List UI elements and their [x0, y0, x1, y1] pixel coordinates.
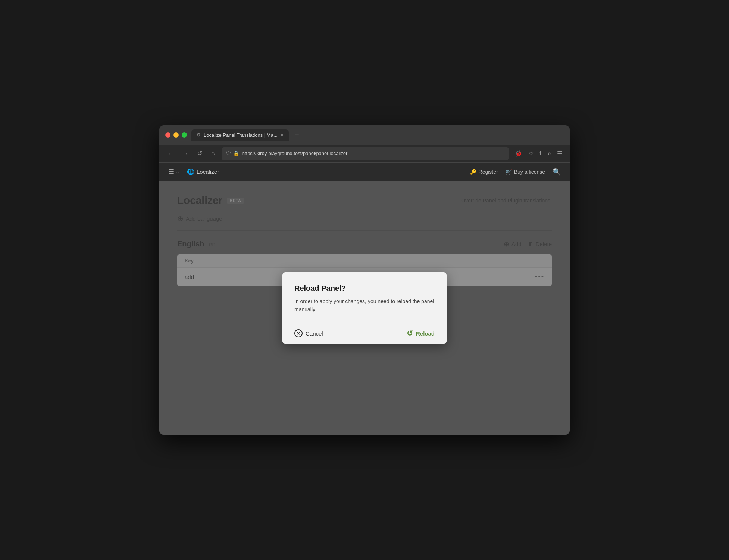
search-icon: 🔍 [553, 168, 561, 176]
dialog-text: In order to apply your changes, you need… [294, 297, 435, 314]
cancel-label: Cancel [306, 330, 323, 337]
dialog-footer: ✕ Cancel ↺ Reload [282, 323, 447, 344]
dialog-body: Reload Panel? In order to apply your cha… [282, 272, 447, 323]
search-button[interactable]: 🔍 [553, 168, 561, 176]
new-tab-button[interactable]: + [292, 129, 302, 141]
reload-label: Reload [416, 330, 435, 337]
star-icon[interactable]: ☆ [527, 148, 535, 158]
app-title: 🌐 Localizer [187, 168, 219, 175]
buy-license-button[interactable]: 🛒 Buy a license [506, 169, 545, 175]
browser-tab-active[interactable]: ⚙ Localize Panel Translations | Ma... × [191, 129, 289, 141]
reload-dialog: Reload Panel? In order to apply your cha… [282, 272, 447, 344]
browser-window: ⚙ Localize Panel Translations | Ma... × … [159, 125, 570, 435]
info-icon[interactable]: ℹ [538, 148, 543, 158]
extensions-icon[interactable]: » [546, 149, 553, 158]
reload-button[interactable]: ↺ [195, 148, 204, 158]
main-content: Localizer BETA Override Panel and Plugin… [159, 181, 570, 435]
address-bar-security-icons: 🛡 🔒 [226, 151, 239, 156]
reload-button-dialog[interactable]: ↺ Reload [407, 329, 435, 338]
register-label: Register [479, 169, 498, 175]
cancel-circle-icon: ✕ [294, 329, 303, 337]
traffic-lights [165, 132, 187, 138]
shield-icon: 🛡 [226, 151, 231, 156]
key-icon: 🔑 [470, 169, 476, 175]
close-window-button[interactable] [165, 132, 170, 138]
tab-close-button[interactable]: × [281, 132, 284, 138]
reload-icon: ↺ [407, 329, 413, 338]
chevron-down-icon: ⌄ [176, 169, 179, 174]
hamburger-icon: ☰ [168, 168, 174, 176]
toolbar-right: 🔑 Register 🛒 Buy a license 🔍 [470, 168, 561, 176]
tab-bar: ⚙ Localize Panel Translations | Ma... × … [191, 129, 564, 141]
bug-icon[interactable]: 🐞 [513, 148, 524, 158]
globe-icon: 🌐 [187, 168, 194, 175]
url-display: https://kirby-playground.test/panel/pane… [242, 151, 504, 156]
nav-bar: ← → ↺ ⌂ 🛡 🔒 https://kirby-playground.tes… [159, 145, 570, 163]
browser-menu-icon[interactable]: ☰ [556, 148, 564, 158]
hamburger-menu[interactable]: ☰ ⌄ [168, 168, 179, 176]
buy-license-label: Buy a license [514, 169, 545, 175]
title-bar: ⚙ Localize Panel Translations | Ma... × … [159, 125, 570, 145]
minimize-window-button[interactable] [173, 132, 179, 138]
nav-extras: 🐞 ☆ ℹ » ☰ [513, 148, 564, 158]
cancel-button[interactable]: ✕ Cancel [294, 329, 323, 337]
dialog-title: Reload Panel? [294, 284, 435, 293]
maximize-window-button[interactable] [182, 132, 187, 138]
register-button[interactable]: 🔑 Register [470, 169, 498, 175]
address-bar[interactable]: 🛡 🔒 https://kirby-playground.test/panel/… [222, 147, 509, 160]
app-name-label: Localizer [197, 169, 219, 175]
tab-site-icon: ⚙ [197, 132, 201, 138]
app-toolbar: ☰ ⌄ 🌐 Localizer 🔑 Register 🛒 Buy a licen… [159, 163, 570, 181]
cart-icon: 🛒 [506, 169, 512, 175]
back-button[interactable]: ← [165, 149, 176, 158]
tab-title: Localize Panel Translations | Ma... [204, 132, 278, 138]
forward-button[interactable]: → [180, 149, 191, 158]
home-button[interactable]: ⌂ [209, 149, 217, 158]
dialog-overlay: Reload Panel? In order to apply your cha… [159, 181, 570, 435]
lock-icon: 🔒 [233, 151, 239, 156]
